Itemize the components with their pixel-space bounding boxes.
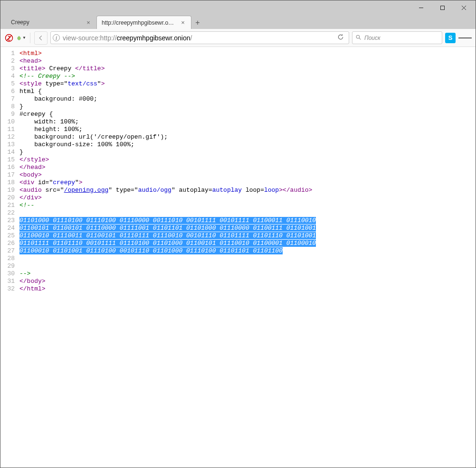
line-code[interactable]: #creepy { [19, 111, 53, 118]
line-code[interactable]: <!-- [19, 202, 34, 209]
line-code[interactable]: } [19, 149, 23, 156]
skype-icon[interactable]: S [445, 33, 456, 43]
line-code[interactable]: <!-- Creepy --> [19, 73, 75, 80]
source-line[interactable]: 2501100010 01110011 01100101 01110111 01… [0, 232, 476, 240]
source-line[interactable]: 2601101111 01101110 00101111 01110100 01… [0, 240, 476, 247]
line-code[interactable]: <head> [19, 57, 42, 65]
source-line[interactable]: 5<style type="text/css"> [0, 80, 476, 88]
tab-close-icon[interactable]: × [85, 19, 92, 26]
source-line[interactable]: 4<!-- Creepy --> [0, 73, 476, 80]
line-code[interactable]: <body> [19, 171, 42, 179]
view-source-text[interactable]: 1<html>2<head>3<title> Creepy </title>4<… [0, 47, 476, 296]
line-code[interactable]: background: #000; [19, 95, 97, 103]
close-button[interactable] [453, 1, 475, 14]
line-number: 21 [0, 202, 19, 209]
tab-close-icon[interactable]: × [180, 19, 186, 26]
line-code[interactable]: width: 100%; [19, 118, 79, 126]
line-number: 5 [0, 80, 19, 88]
search-bar[interactable]: Поиск [352, 31, 442, 44]
source-line[interactable]: 2701100010 01101001 01110100 00101110 01… [0, 247, 476, 255]
source-line[interactable]: 32</html> [0, 285, 476, 293]
source-line[interactable]: 2301101000 01110100 01110100 01110000 00… [0, 217, 476, 225]
line-code[interactable]: 01101000 01110100 01110100 01110000 0011… [19, 217, 316, 225]
line-number: 12 [0, 133, 19, 141]
tab-label: Creepy [11, 19, 82, 26]
source-line[interactable]: 6html { [0, 88, 476, 95]
browser-tab-inactive[interactable]: Creepy × [6, 16, 96, 29]
line-code[interactable]: 01100010 01101001 01110100 00101110 0110… [19, 247, 283, 255]
new-tab-button[interactable]: + [191, 17, 204, 29]
line-number: 9 [0, 111, 19, 118]
line-number: 8 [0, 103, 19, 111]
source-line[interactable]: 8} [0, 103, 476, 111]
source-line[interactable]: 3<title> Creepy </title> [0, 65, 476, 73]
line-code[interactable]: --> [19, 270, 30, 278]
source-line[interactable]: 18<div id="creepy"> [0, 179, 476, 187]
source-line[interactable]: 16</head> [0, 164, 476, 171]
noscript-icon[interactable] [4, 33, 14, 43]
source-line[interactable]: 17<body> [0, 171, 476, 179]
line-code[interactable]: html { [19, 88, 42, 95]
source-line[interactable]: 2<head> [0, 57, 476, 65]
source-line[interactable]: 10 width: 100%; [0, 118, 476, 126]
line-code[interactable]: <title> Creepy </title> [19, 65, 105, 73]
menu-button[interactable] [458, 31, 472, 45]
source-line[interactable]: 20</div> [0, 194, 476, 202]
line-code[interactable]: 01100101 01100101 01110000 01111001 0110… [19, 225, 316, 232]
page-content[interactable]: 1<html>2<head>3<title> Creepy </title>4<… [0, 47, 476, 468]
line-number: 16 [0, 164, 19, 171]
line-number: 4 [0, 73, 19, 80]
source-line[interactable]: 1<html> [0, 50, 476, 57]
source-line[interactable]: 28 [0, 255, 476, 262]
source-line[interactable]: 21<!-- [0, 202, 476, 209]
line-code[interactable]: </head> [19, 164, 46, 171]
line-code[interactable]: </body> [19, 278, 46, 285]
reload-button[interactable] [334, 34, 347, 42]
source-line[interactable]: 31</body> [0, 278, 476, 285]
line-code[interactable]: 01101111 01101110 00101111 01110100 0110… [19, 240, 316, 247]
source-line[interactable]: 12 background: url('/creepy/open.gif'); [0, 133, 476, 141]
line-code[interactable]: </html> [19, 285, 46, 293]
tor-onion-icon[interactable]: ▼ [17, 33, 26, 43]
tab-strip: Creepy × http://creepymhpgibsewr.oni... … [0, 15, 476, 29]
search-icon [355, 34, 362, 42]
line-code[interactable]: 01100010 01110011 01100101 01110111 0111… [19, 232, 316, 240]
source-line[interactable]: 15</style> [0, 156, 476, 164]
line-code[interactable]: <html> [19, 50, 42, 57]
line-number: 29 [0, 262, 19, 270]
back-button[interactable] [34, 31, 48, 45]
line-code[interactable]: height: 100%; [19, 126, 83, 133]
source-line[interactable]: 13 background-size: 100% 100%; [0, 141, 476, 149]
line-code[interactable]: <audio src="/opening.ogg" type="audio/og… [19, 187, 312, 194]
line-number: 30 [0, 270, 19, 278]
url-bar[interactable]: i view-source:http://creepymhpgibsewr.on… [50, 31, 349, 44]
line-code[interactable]: background: url('/creepy/open.gif'); [19, 133, 168, 141]
browser-tab-active[interactable]: http://creepymhpgibsewr.oni... × [96, 16, 191, 29]
line-code[interactable]: </div> [19, 194, 42, 202]
svg-line-9 [359, 38, 361, 39]
line-number: 27 [0, 247, 19, 255]
maximize-button[interactable] [432, 1, 453, 14]
line-code[interactable]: background-size: 100% 100%; [19, 141, 134, 149]
source-line[interactable]: 9#creepy { [0, 111, 476, 118]
line-code[interactable]: <div id="creepy"> [19, 179, 83, 187]
source-line[interactable]: 2401100101 01100101 01110000 01111001 01… [0, 225, 476, 232]
source-line[interactable]: 29 [0, 262, 476, 270]
source-line[interactable]: 19<audio src="/opening.ogg" type="audio/… [0, 187, 476, 194]
line-number: 14 [0, 149, 19, 156]
minimize-button[interactable] [410, 1, 432, 14]
source-line[interactable]: 14} [0, 149, 476, 156]
line-number: 19 [0, 187, 19, 194]
svg-rect-1 [441, 6, 445, 9]
site-info-icon[interactable]: i [53, 34, 60, 41]
line-code[interactable]: } [19, 103, 23, 111]
line-number: 10 [0, 118, 19, 126]
line-number: 25 [0, 232, 19, 240]
source-line[interactable]: 22 [0, 209, 476, 217]
source-line[interactable]: 7 background: #000; [0, 95, 476, 103]
line-code[interactable]: </style> [19, 156, 49, 164]
source-line[interactable]: 30--> [0, 270, 476, 278]
line-number: 3 [0, 65, 19, 73]
line-code[interactable]: <style type="text/css"> [19, 80, 105, 88]
source-line[interactable]: 11 height: 100%; [0, 126, 476, 133]
